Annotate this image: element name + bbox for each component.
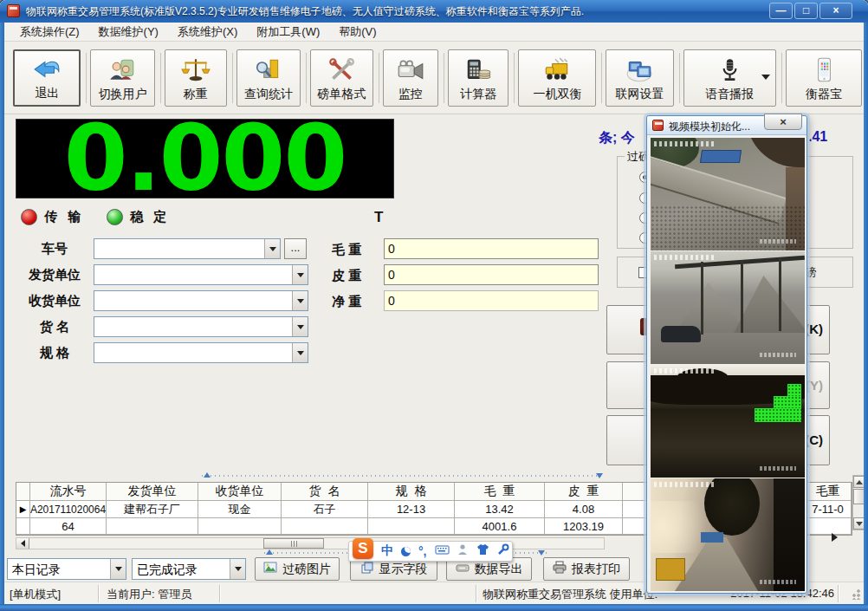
- vehicle-no-value[interactable]: [94, 239, 264, 258]
- print-report-button[interactable]: 报表打印: [543, 557, 630, 581]
- keyboard-icon[interactable]: [435, 543, 450, 559]
- ime-punctuation[interactable]: °,: [418, 544, 427, 558]
- button-label: 数据导出: [475, 562, 523, 577]
- camera-osd-text: [654, 368, 716, 374]
- vehicle-no-more-button[interactable]: ...: [284, 238, 307, 259]
- minimize-button[interactable]: —: [769, 3, 793, 19]
- receiver-combo[interactable]: [94, 290, 308, 311]
- grid-top-scroll-strip[interactable]: [202, 472, 605, 479]
- cell-shipper[interactable]: 建帮石子厂: [107, 501, 198, 518]
- col-header-partial[interactable]: 毛重: [805, 483, 852, 501]
- col-header-receiver[interactable]: 收货单位: [198, 483, 282, 501]
- gross-weight-field[interactable]: 0: [384, 238, 599, 259]
- video-module-window[interactable]: 视频模块初始化... ×: [646, 115, 807, 594]
- col-header-goods[interactable]: 货 名: [282, 483, 368, 501]
- motion-grid-overlay: [774, 396, 801, 408]
- shipper-dropdown[interactable]: [292, 265, 308, 284]
- weigh-photo-button[interactable]: 过磅图片: [255, 557, 340, 581]
- toolbar-separator: [514, 53, 515, 103]
- suv-shape: [661, 326, 701, 342]
- cell-goods[interactable]: [282, 518, 368, 535]
- col-header-shipper[interactable]: 发货单位: [107, 483, 198, 501]
- record-status-combo[interactable]: 已完成记录: [132, 558, 246, 580]
- toolbar-button-query-stats[interactable]: 查询统计: [236, 49, 301, 107]
- title-bar[interactable]: 物联网称重交易管理系统(标准版V2.3.5.2)专业研发销售维修电子地磅、无人值…: [0, 0, 868, 23]
- close-button[interactable]: ×: [819, 3, 852, 19]
- toolbar-button-calculator[interactable]: 计算器: [448, 49, 508, 107]
- toolbar-button-exit[interactable]: 退出: [13, 49, 81, 107]
- tare-weight-field[interactable]: 0: [384, 264, 599, 285]
- grid-horizontal-scrollbar[interactable]: [16, 537, 605, 549]
- col-header-gross[interactable]: 毛 重: [455, 483, 545, 501]
- goods-value[interactable]: [94, 317, 292, 336]
- toolbar-separator: [601, 53, 602, 103]
- spec-value[interactable]: [94, 343, 292, 362]
- toolbar-button-weigh[interactable]: 称重: [165, 49, 227, 107]
- video-window-close-button[interactable]: ×: [764, 114, 802, 130]
- cell-serial[interactable]: A201711020064: [30, 501, 107, 518]
- toolbar-button-dual-scale[interactable]: 一机双衡: [518, 49, 596, 107]
- menu-system-maintenance[interactable]: 系统维护(X): [169, 23, 246, 42]
- cell-shipper[interactable]: [107, 518, 198, 535]
- ime-toolbar[interactable]: S 中 °,: [348, 541, 513, 562]
- goods-dropdown[interactable]: [292, 317, 308, 336]
- cell-gross[interactable]: 13.42: [455, 501, 545, 518]
- user-icon[interactable]: [457, 543, 469, 559]
- col-header-spec[interactable]: 规 格: [368, 483, 455, 501]
- cell-gross-total[interactable]: 4001.6: [455, 518, 545, 535]
- cell-receiver[interactable]: [198, 518, 282, 535]
- shipper-combo[interactable]: [94, 264, 308, 285]
- toolbar-button-hengqibao[interactable]: 衡器宝: [786, 49, 862, 107]
- cell-goods[interactable]: 石子: [282, 501, 368, 518]
- photo-icon: [263, 561, 277, 577]
- col-header-serial[interactable]: 流水号: [30, 483, 107, 501]
- toolbar-button-switch-user[interactable]: 切换用户: [90, 49, 154, 107]
- scroll-thumb[interactable]: [263, 538, 324, 549]
- cell-receiver[interactable]: 现金: [198, 501, 282, 518]
- record-status-value[interactable]: 已完成记录: [133, 559, 230, 579]
- receiver-value[interactable]: [94, 291, 292, 310]
- menu-system-operation[interactable]: 系统操作(Z): [11, 23, 88, 42]
- record-range-value[interactable]: 本日记录: [8, 559, 110, 579]
- menu-extra-tools[interactable]: 附加工具(W): [248, 23, 328, 42]
- cell-partial-date[interactable]: 7-11-0: [805, 501, 852, 518]
- record-stats-fragment: 条; 今: [599, 129, 635, 147]
- vehicle-no-combo[interactable]: [94, 238, 281, 259]
- receiver-dropdown[interactable]: [292, 291, 308, 310]
- sogou-logo-icon[interactable]: S: [353, 538, 373, 559]
- col-header-tare[interactable]: 皮 重: [545, 483, 623, 501]
- menu-help[interactable]: 帮助(V): [330, 23, 385, 42]
- resize-grip[interactable]: [850, 589, 860, 600]
- query-stats-icon: [254, 54, 283, 87]
- toolbar-separator: [232, 53, 233, 103]
- toolbar-button-monitor[interactable]: 监控: [383, 49, 439, 107]
- shipper-value[interactable]: [94, 265, 292, 284]
- ime-mode-chinese[interactable]: 中: [381, 543, 393, 559]
- record-range-dropdown[interactable]: [110, 559, 126, 579]
- moon-icon[interactable]: [401, 547, 411, 556]
- record-range-combo[interactable]: 本日记录: [7, 558, 126, 580]
- cell-spec[interactable]: 12-13: [368, 501, 455, 518]
- toolbar-button-network-settings[interactable]: 联网设置: [606, 49, 673, 107]
- cell-tare[interactable]: 4.08: [545, 501, 623, 518]
- cell-tare-total[interactable]: 1203.19: [545, 518, 623, 535]
- toolbar-button-label: 一机双衡: [533, 87, 581, 102]
- spec-combo[interactable]: [94, 342, 308, 363]
- record-status-dropdown[interactable]: [230, 559, 245, 579]
- chevron-down-icon[interactable]: [761, 75, 770, 80]
- scroll-left-button[interactable]: [16, 538, 29, 549]
- goods-label: 货 名: [19, 319, 90, 335]
- goods-combo[interactable]: [94, 316, 308, 337]
- cell-serial[interactable]: 64: [30, 518, 107, 535]
- spec-dropdown[interactable]: [292, 343, 308, 362]
- menu-data-maintenance[interactable]: 数据维护(Y): [90, 23, 167, 42]
- maximize-button[interactable]: □: [794, 3, 818, 19]
- toolbar-button-ticket-format[interactable]: 磅单格式: [310, 49, 372, 107]
- dark-buildings-shape: [774, 478, 805, 591]
- canopy-pole-shape: [741, 260, 743, 333]
- vehicle-no-dropdown[interactable]: [264, 239, 280, 258]
- cell-spec[interactable]: [368, 518, 455, 535]
- skin-shirt-icon[interactable]: [476, 543, 489, 559]
- wrench-icon[interactable]: [497, 543, 509, 559]
- toolbar-button-voice-broadcast[interactable]: 语音播报: [683, 49, 777, 107]
